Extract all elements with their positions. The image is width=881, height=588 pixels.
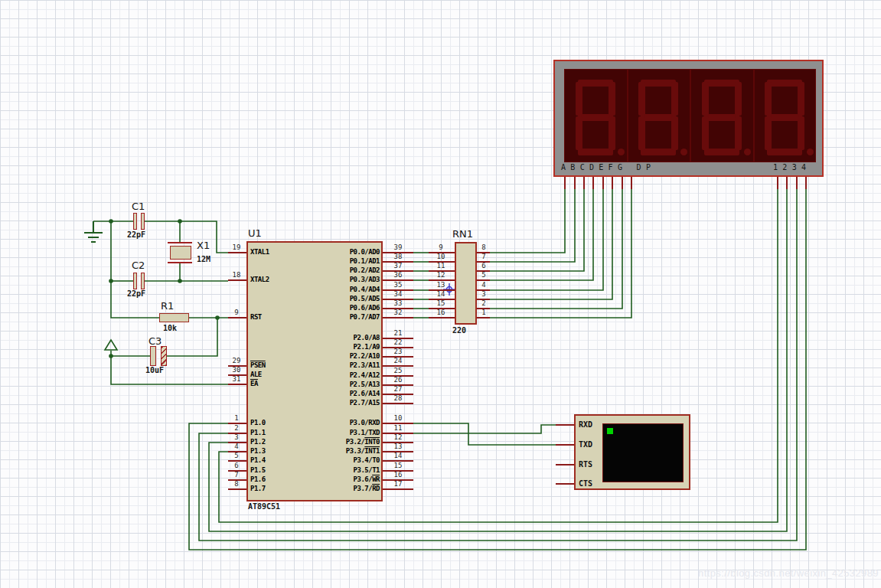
mcu-pin-name: P3.0/RXD — [289, 419, 380, 426]
junction-dot — [178, 279, 182, 283]
mcu-pin-stub[interactable] — [383, 403, 413, 404]
mcu-pin-name-text: P0.4/AD4 — [350, 286, 380, 293]
mcu-pin-name-text: RST — [250, 313, 262, 321]
mcu-pin-number: 19 — [225, 243, 248, 251]
wire[interactable] — [490, 189, 575, 262]
display-segment-labels: ABCDEFG DP — [561, 163, 655, 172]
mcu-pin-name: P2.4/A12 — [289, 371, 380, 379]
mcu-pin-name: P1.6 — [250, 475, 266, 483]
mcu-pin-name-text: P2.4/A12 — [350, 371, 380, 379]
display-pin-stub[interactable] — [622, 177, 623, 189]
display-pin-stub[interactable] — [796, 177, 798, 189]
capacitor-c1[interactable] — [141, 213, 145, 230]
terminal-pin-stub[interactable] — [556, 483, 574, 485]
wire[interactable] — [111, 356, 228, 384]
mcu-pin-name: P2.3/A11 — [289, 361, 380, 369]
mcu-pin-stub[interactable] — [383, 317, 413, 318]
mcu-pin-name-text: P3.6/ — [354, 475, 373, 483]
display-pin-stub[interactable] — [602, 177, 604, 189]
terminal-pin-label: RTS — [579, 460, 592, 469]
junction-dot — [215, 315, 220, 320]
mcu-pin-stub[interactable] — [228, 279, 246, 281]
capacitor-c3[interactable] — [150, 346, 156, 366]
display-pin-stub[interactable] — [612, 177, 613, 189]
mcu-pin-name-text: P0.1/AD1 — [350, 257, 380, 265]
display-segment-off — [641, 149, 676, 155]
capacitor-c2[interactable] — [141, 273, 145, 289]
rn1-pin-number: 5 — [473, 271, 494, 279]
wire[interactable] — [490, 189, 593, 280]
mcu-pin-name-text: XTAL2 — [250, 276, 269, 283]
mcu-pin-name: P3.4/T0 — [289, 456, 380, 464]
display-segment-off — [704, 149, 739, 155]
x1-value-label: 12M — [197, 255, 210, 263]
mcu-pin-number: 28 — [384, 394, 412, 402]
terminal-pin-stub[interactable] — [556, 444, 574, 446]
display-segment-off — [638, 116, 645, 150]
mcu-pin-name-text: P1.4 — [250, 456, 266, 464]
wire[interactable] — [413, 425, 556, 433]
mcu-pin-number: 13 — [384, 443, 412, 450]
display-segment-off — [765, 82, 772, 116]
mcu-pin-number: 27 — [384, 385, 412, 393]
junction-dot — [109, 279, 113, 283]
display-pin-stub[interactable] — [786, 177, 788, 189]
display-pin-stub[interactable] — [805, 177, 807, 189]
display-pin-stub[interactable] — [564, 177, 566, 189]
mcu-pin-name: P0.2/AD2 — [289, 266, 380, 274]
wire[interactable] — [490, 189, 612, 299]
mcu-pin-stub[interactable] — [228, 252, 246, 253]
wire[interactable] — [413, 423, 556, 445]
display-pin-stub[interactable] — [631, 177, 632, 189]
wire[interactable] — [490, 189, 565, 253]
mcu-pin-name: P1.2 — [250, 438, 266, 446]
mcu-pin-number: 14 — [384, 452, 412, 459]
wire[interactable] — [490, 189, 584, 271]
mcu-pin-name: P0.0/AD0 — [289, 248, 380, 256]
resistor-r1[interactable] — [159, 313, 189, 322]
mcu-pin-name: P1.0 — [250, 419, 266, 426]
mcu-pin-stub[interactable] — [228, 384, 246, 385]
display-decimal-point — [807, 149, 814, 155]
mcu-pin-number: 21 — [384, 329, 412, 337]
crystal-x1[interactable] — [170, 246, 191, 260]
mcu-pin-name: P0.3/AD3 — [289, 276, 380, 283]
display-pin-stub[interactable] — [574, 177, 576, 189]
display-pin-stub[interactable] — [777, 177, 778, 189]
c3-value-label: 10uF — [145, 366, 164, 374]
mcu-pin-name-text: P3.0/RXD — [350, 419, 380, 426]
power-symbol[interactable] — [105, 340, 117, 350]
mcu-pin-stub[interactable] — [383, 488, 413, 490]
capacitor-c1[interactable] — [133, 213, 137, 230]
mcu-pin-name: P1.7 — [250, 485, 266, 492]
mcu-pin-number: 10 — [384, 414, 412, 422]
mcu-pin-name: P2.5/A13 — [289, 381, 380, 388]
schematic-canvas[interactable]: U1 AT89C51 19XTAL118XTAL29RST29PSEN30ALE… — [0, 0, 881, 588]
capacitor-c2[interactable] — [133, 273, 137, 289]
rn1-pin-stub[interactable] — [429, 317, 455, 318]
rn1-pin-number: 12 — [429, 271, 453, 279]
mcu-pin-number: 29 — [225, 357, 248, 364]
x1-ref-label: X1 — [197, 240, 210, 251]
mcu-pin-number: 32 — [384, 309, 412, 316]
terminal-pin-stub[interactable] — [556, 424, 574, 426]
mcu-pin-stub[interactable] — [228, 317, 246, 318]
mcu-pin-name-overline: RD — [372, 485, 380, 492]
mcu-pin-name-text: P3.1/TXD — [350, 429, 380, 436]
mcu-pin-number: 15 — [384, 462, 412, 469]
display-segment-off — [638, 82, 645, 116]
mcu-pin-name: P0.6/AD6 — [289, 304, 380, 312]
wire[interactable] — [490, 189, 631, 318]
wire[interactable] — [490, 189, 603, 290]
display-pin-stub[interactable] — [592, 177, 594, 189]
mcu-pin-stub[interactable] — [228, 488, 246, 490]
rn1-pin-number: 8 — [473, 243, 494, 251]
terminal-pin-label: TXD — [579, 440, 592, 449]
capacitor-c3-hatched-plate[interactable] — [161, 346, 167, 366]
rn1-pin-stub[interactable] — [477, 317, 490, 318]
terminal-pin-stub[interactable] — [556, 464, 574, 466]
ground-symbol[interactable] — [84, 221, 103, 242]
display-segment-off — [798, 82, 804, 116]
rn1-pin-number: 4 — [473, 281, 494, 289]
display-pin-stub[interactable] — [583, 177, 585, 189]
